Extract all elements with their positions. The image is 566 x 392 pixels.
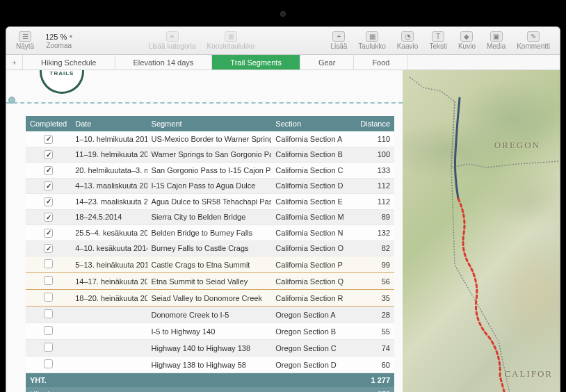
shape-button[interactable]: ◆ Kuvio	[458, 31, 476, 50]
cell-date[interactable]: 11–19. helmikuuta 2014	[71, 147, 147, 163]
cell-distance[interactable]: 100	[353, 147, 394, 163]
col-date[interactable]: Date	[71, 116, 147, 131]
table-row[interactable]: 14–17. heinäkuuta 2015Etna Summit to Sei…	[26, 273, 394, 290]
sheet-tab[interactable]: Food	[354, 55, 408, 70]
map-panel[interactable]: OREGON CALIFOR	[403, 70, 560, 392]
checkbox[interactable]	[44, 343, 53, 352]
cell-distance[interactable]: 133	[353, 163, 394, 179]
cell-distance[interactable]: 56	[353, 273, 394, 290]
cell-distance[interactable]: 28	[353, 307, 394, 323]
cell-section[interactable]: California Section M	[271, 209, 353, 225]
table-row[interactable]: Highway 140 to Highway 138Oregon Section…	[26, 340, 394, 357]
cell-section[interactable]: Oregon Section A	[271, 307, 353, 323]
cell-distance[interactable]: 112	[353, 178, 394, 194]
cell-section[interactable]: California Section B	[271, 147, 353, 163]
col-completed[interactable]: Completed	[26, 116, 71, 131]
cell-segment[interactable]: Highway 138 to Highway 58	[147, 357, 272, 373]
cell-date[interactable]	[71, 357, 147, 373]
checkbox[interactable]	[44, 244, 53, 253]
sheet-tab[interactable]: Elevation 14 days	[115, 55, 213, 70]
table-row[interactable]: 4–10. kesäkuuta 2014Burney Falls to Cast…	[26, 240, 394, 256]
cell-segment[interactable]: San Gorgonio Pass to I-15 Cajon Pass	[147, 163, 272, 179]
chart-button[interactable]: ◔ Kaavio	[397, 31, 419, 50]
cell-segment[interactable]: Donomore Creek to I-5	[147, 307, 272, 323]
zoom-control[interactable]: 125 % ▾ Zoomaa	[45, 33, 72, 49]
cell-segment[interactable]: I-5 to Highway 140	[147, 323, 272, 340]
table-row[interactable]: 1–10. helmikuuta 2014US-Mexico Border to…	[26, 131, 394, 147]
cell-segment[interactable]: I-15 Cajon Pass to Agua Dulce	[147, 178, 272, 194]
checkbox[interactable]	[44, 135, 53, 144]
cell-section[interactable]: California Section R	[271, 290, 353, 307]
cell-date[interactable]: 1–10. helmikuuta 2014	[71, 131, 147, 147]
sheet-tab[interactable]: Trail Segments	[212, 55, 300, 70]
checkbox[interactable]	[44, 259, 53, 268]
table-row[interactable]: 4–13. maaliskuuta 2014I-15 Cajon Pass to…	[26, 178, 394, 194]
cell-section[interactable]: Oregon Section C	[271, 340, 353, 357]
cell-distance[interactable]: 99	[353, 256, 394, 273]
checkbox[interactable]	[44, 326, 53, 335]
table-row[interactable]: 20. helmikuutata–3. maSan Gorgonio Pass …	[26, 163, 394, 179]
checkbox[interactable]	[44, 359, 53, 368]
cell-distance[interactable]: 112	[353, 194, 394, 210]
checkbox[interactable]	[44, 181, 53, 190]
cell-distance[interactable]: 110	[353, 131, 394, 147]
cell-date[interactable]: 18–20. heinäkuuta 2015	[71, 290, 147, 307]
cell-section[interactable]: Oregon Section B	[271, 323, 353, 340]
table-row[interactable]: 14–23. maaliskuuta 2014Agua Dulce to SR5…	[26, 194, 394, 210]
media-button[interactable]: ▣ Media	[487, 31, 506, 50]
cell-distance[interactable]: 82	[353, 240, 394, 256]
cell-distance[interactable]: 132	[353, 225, 394, 241]
cell-distance[interactable]: 35	[353, 290, 394, 307]
cell-date[interactable]	[71, 340, 147, 357]
cell-section[interactable]: California Section Q	[271, 273, 353, 290]
checkbox[interactable]	[44, 150, 53, 159]
cell-segment[interactable]: Agua Dulce to SR58 Tehachapi Pass	[147, 194, 272, 210]
table-row[interactable]: 5–13. heinäkuuta 2015Castle Crags to Etn…	[26, 256, 394, 273]
add-sheet-button[interactable]: +	[6, 55, 23, 70]
table-row[interactable]: 25.5–4. kesäkuuta 2014Belden Bridge to B…	[26, 225, 394, 241]
cell-distance[interactable]: 55	[353, 323, 394, 340]
view-button[interactable]: ☰ Näytä	[16, 31, 34, 50]
cell-segment[interactable]: Seiad Valley to Donomore Creek	[147, 290, 272, 307]
cell-segment[interactable]: Belden Bridge to Burney Falls	[147, 225, 272, 241]
segments-table[interactable]: Completed Date Segment Section Distance …	[26, 116, 394, 392]
cell-segment[interactable]: Burney Falls to Castle Crags	[147, 240, 272, 256]
add-category-button[interactable]: ≡ Lisää kategoria	[149, 31, 196, 50]
cell-section[interactable]: California Section D	[271, 178, 353, 194]
cell-date[interactable]: 14–17. heinäkuuta 2015	[71, 273, 147, 290]
cell-date[interactable]: 20. helmikuutata–3. ma	[71, 163, 147, 179]
insert-button[interactable]: + Lisää	[330, 31, 347, 50]
col-distance[interactable]: Distance	[353, 116, 394, 131]
table-row[interactable]: 11–19. helmikuuta 2014Warner Springs to …	[26, 147, 394, 163]
row-marker[interactable]	[8, 97, 15, 104]
cell-distance[interactable]: 74	[353, 340, 394, 357]
table-row[interactable]: I-5 to Highway 140Oregon Section B55	[26, 323, 394, 340]
cell-date[interactable]	[71, 307, 147, 323]
cell-date[interactable]: 18–24.5.2014	[71, 209, 147, 225]
cell-date[interactable]: 4–10. kesäkuuta 2014	[71, 240, 147, 256]
cell-date[interactable]	[71, 323, 147, 340]
spreadsheet-area[interactable]: TRAILS Completed Date Segment Section	[6, 70, 403, 392]
cell-segment[interactable]: Warner Springs to San Gorgonio Pass	[147, 147, 272, 163]
checkbox[interactable]	[44, 197, 53, 206]
cell-segment[interactable]: Sierra City to Belden Bridge	[147, 209, 272, 225]
cell-distance[interactable]: 89	[353, 209, 394, 225]
cell-segment[interactable]: Etna Summit to Seiad Valley	[147, 273, 272, 290]
sheet-tab[interactable]: Hiking Schedule	[23, 55, 115, 70]
cell-distance[interactable]: 60	[353, 357, 394, 373]
sheet-tab[interactable]: Gear	[300, 55, 354, 70]
table-button[interactable]: ▦ Taulukko	[358, 31, 385, 50]
table-row[interactable]: Donomore Creek to I-5Oregon Section A28	[26, 307, 394, 323]
checkbox[interactable]	[44, 276, 53, 285]
cell-date[interactable]: 25.5–4. kesäkuuta 2014	[71, 225, 147, 241]
cell-date[interactable]: 14–23. maaliskuuta 2014	[71, 194, 147, 210]
cell-section[interactable]: California Section C	[271, 163, 353, 179]
cell-section[interactable]: California Section P	[271, 256, 353, 273]
col-section[interactable]: Section	[271, 116, 353, 131]
cell-section[interactable]: Oregon Section D	[271, 357, 353, 373]
checkbox[interactable]	[44, 166, 53, 175]
checkbox[interactable]	[44, 213, 53, 222]
cell-segment[interactable]: Highway 140 to Highway 138	[147, 340, 272, 357]
table-row[interactable]: 18–20. heinäkuuta 2015Seiad Valley to Do…	[26, 290, 394, 307]
table-row[interactable]: Highway 138 to Highway 58Oregon Section …	[26, 357, 394, 373]
